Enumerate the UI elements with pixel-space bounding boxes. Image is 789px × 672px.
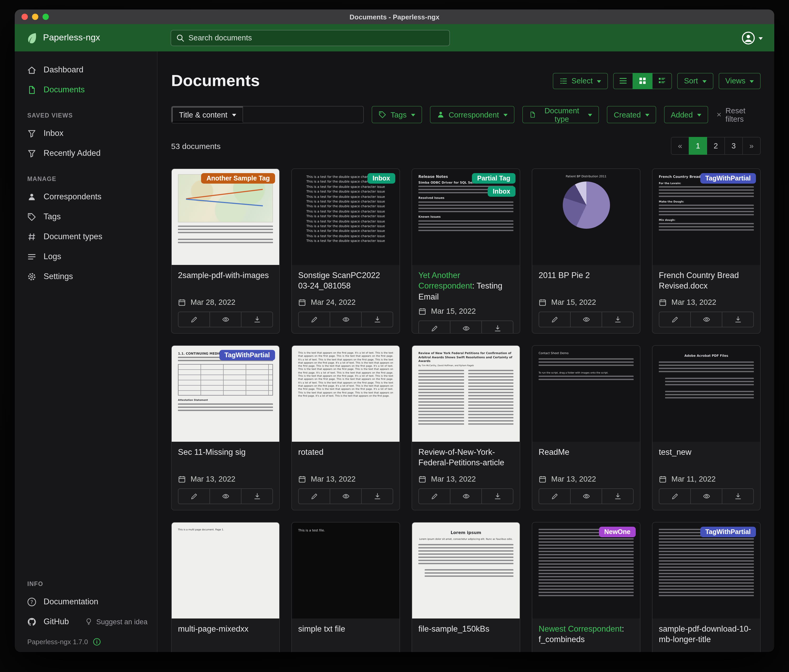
document-title[interactable]: French Country Bread Revised.docx xyxy=(659,270,754,293)
download-button[interactable] xyxy=(722,488,754,504)
prev-page-button[interactable]: « xyxy=(671,137,689,155)
grid-view-button[interactable] xyxy=(632,73,653,89)
sidebar-item-github[interactable]: GitHub xyxy=(15,611,85,632)
view-button[interactable] xyxy=(690,312,722,327)
download-button[interactable] xyxy=(481,321,513,334)
document-title[interactable]: rotated xyxy=(298,447,393,470)
suggest-idea-link[interactable]: Suggest an idea xyxy=(85,618,157,626)
search-box[interactable] xyxy=(171,30,450,46)
sidebar-item-recently-added[interactable]: Recently Added xyxy=(15,143,157,163)
download-button[interactable] xyxy=(722,312,754,327)
sidebar-item-document-types[interactable]: Document types xyxy=(15,227,157,247)
document-title[interactable]: Sec 11-Missing sig xyxy=(178,447,273,470)
document-card[interactable]: TagWithPartial French Country BreadFor t… xyxy=(652,169,761,334)
document-thumbnail[interactable]: Another Sample Tag xyxy=(172,169,279,265)
edit-button[interactable] xyxy=(178,312,210,327)
sidebar-item-logs[interactable]: Logs xyxy=(15,247,157,266)
document-card[interactable]: This is a test file. simple txt file xyxy=(291,522,400,652)
brand[interactable]: Paperless-ngx xyxy=(26,32,100,43)
document-thumbnail[interactable]: Review of New York Federal Petitions for… xyxy=(412,346,520,442)
document-thumbnail[interactable]: This is the text that appears on the fir… xyxy=(292,346,399,442)
view-button[interactable] xyxy=(570,488,602,504)
document-card[interactable]: NewOne Newest Correspondent: f_combineds xyxy=(532,522,640,652)
select-button[interactable]: Select xyxy=(553,73,608,89)
added-filter-button[interactable]: Added xyxy=(664,106,708,123)
sidebar-item-correspondents[interactable]: Correspondents xyxy=(15,187,157,207)
document-thumbnail[interactable]: TagWithPartial xyxy=(653,522,760,618)
document-thumbnail[interactable]: TagWithPartial French Country BreadFor t… xyxy=(653,169,760,265)
sidebar-item-settings[interactable]: Settings xyxy=(15,266,157,287)
view-button[interactable] xyxy=(330,312,362,327)
document-thumbnail[interactable]: Adobe Acrobat PDF Files xyxy=(653,346,760,442)
sidebar-item-inbox[interactable]: Inbox xyxy=(15,123,157,143)
tag-badge[interactable]: Partial Tag xyxy=(472,173,516,184)
document-card[interactable]: This is a multi page document. Page 1. m… xyxy=(171,522,280,652)
document-thumbnail[interactable]: NewOne xyxy=(532,522,640,618)
edit-button[interactable] xyxy=(659,488,691,504)
title-content-input[interactable] xyxy=(243,107,363,123)
document-title[interactable]: test_new xyxy=(659,447,754,470)
view-button[interactable] xyxy=(209,312,241,327)
document-title[interactable]: Yet Another Correspondent: Testing Email xyxy=(418,270,513,303)
tag-badge[interactable]: TagWithPartial xyxy=(700,173,756,184)
document-thumbnail[interactable]: TagWithPartial 1.1. CONTINUING MEDICAL E… xyxy=(172,346,279,442)
document-card[interactable]: Lorem ipsumLorem ipsum dolor sit amet, c… xyxy=(412,522,520,652)
search-input[interactable] xyxy=(188,33,444,42)
document-title[interactable]: multi-page-mixedxx xyxy=(178,624,273,647)
document-card[interactable]: Adobe Acrobat PDF Files test_new Mar 11,… xyxy=(652,345,761,510)
document-card[interactable]: Patient BP Distribution 2011 2011 BP Pie… xyxy=(532,169,640,334)
document-card[interactable]: Inbox This is a test for the double spac… xyxy=(291,169,400,334)
document-title[interactable]: file-sample_150kBs xyxy=(418,624,513,647)
edit-button[interactable] xyxy=(418,488,450,504)
page-button-1[interactable]: 1 xyxy=(689,137,707,155)
edit-button[interactable] xyxy=(538,312,571,327)
document-title[interactable]: Sonstige ScanPC2022 03-24_081058 xyxy=(298,270,393,293)
document-thumbnail[interactable]: Lorem ipsumLorem ipsum dolor sit amet, c… xyxy=(412,522,520,618)
view-button[interactable] xyxy=(570,312,602,327)
sort-button[interactable]: Sort xyxy=(677,73,713,89)
tag-badge[interactable]: TagWithPartial xyxy=(219,350,275,360)
document-thumbnail[interactable]: Partial TagInbox Release NotesSimba ODBC… xyxy=(412,169,520,265)
edit-button[interactable] xyxy=(298,488,330,504)
page-button-3[interactable]: 3 xyxy=(724,137,743,155)
document-title[interactable]: simple txt file xyxy=(298,624,393,647)
download-button[interactable] xyxy=(361,488,393,504)
document-title[interactable]: 2011 BP Pie 2 xyxy=(538,270,634,293)
document-card[interactable]: TagWithPartial 1.1. CONTINUING MEDICAL E… xyxy=(171,345,280,510)
document-card[interactable]: Partial TagInbox Release NotesSimba ODBC… xyxy=(412,169,520,334)
document-card[interactable]: Another Sample Tag 2sample-pdf-with-imag… xyxy=(171,169,280,334)
created-filter-button[interactable]: Created xyxy=(607,106,656,123)
edit-button[interactable] xyxy=(418,321,450,334)
edit-button[interactable] xyxy=(178,488,210,504)
document-card[interactable]: Contact Sheet DemoTo run the script, dra… xyxy=(532,345,640,510)
document-title[interactable]: Newest Correspondent: f_combineds xyxy=(538,624,634,647)
edit-button[interactable] xyxy=(538,488,571,504)
download-button[interactable] xyxy=(602,312,634,327)
edit-button[interactable] xyxy=(659,312,691,327)
view-button[interactable] xyxy=(330,488,362,504)
download-button[interactable] xyxy=(481,488,513,504)
sidebar-item-documentation[interactable]: ? Documentation xyxy=(15,592,157,611)
sidebar-item-tags[interactable]: Tags xyxy=(15,207,157,227)
document-title[interactable]: ReadMe xyxy=(538,447,634,470)
correspondent-link[interactable]: Newest Correspondent xyxy=(538,624,622,633)
view-button[interactable] xyxy=(690,488,722,504)
document-thumbnail[interactable]: Inbox This is a test for the double spac… xyxy=(292,169,399,265)
tag-badge[interactable]: TagWithPartial xyxy=(700,527,756,537)
sidebar-item-dashboard[interactable]: Dashboard xyxy=(15,60,157,80)
document-title[interactable]: sample-pdf-download-10-mb-longer-title xyxy=(659,624,754,647)
view-button[interactable] xyxy=(209,488,241,504)
tag-badge[interactable]: NewOne xyxy=(599,527,636,537)
document-type-filter-button[interactable]: Document type xyxy=(522,106,599,123)
document-title[interactable]: Review-of-New-York-Federal-Petitions-art… xyxy=(418,447,513,470)
tag-badge[interactable]: Inbox xyxy=(367,173,395,184)
detail-view-button[interactable] xyxy=(652,73,672,89)
download-button[interactable] xyxy=(361,312,393,327)
document-thumbnail[interactable]: This is a test file. xyxy=(292,522,399,618)
document-card[interactable]: TagWithPartial sample-pdf-download-10-mb… xyxy=(652,522,761,652)
correspondent-filter-button[interactable]: Correspondent xyxy=(430,106,514,123)
document-card[interactable]: This is the text that appears on the fir… xyxy=(291,345,400,510)
edit-button[interactable] xyxy=(298,312,330,327)
download-button[interactable] xyxy=(241,312,273,327)
document-thumbnail[interactable]: This is a multi page document. Page 1. xyxy=(172,522,279,618)
